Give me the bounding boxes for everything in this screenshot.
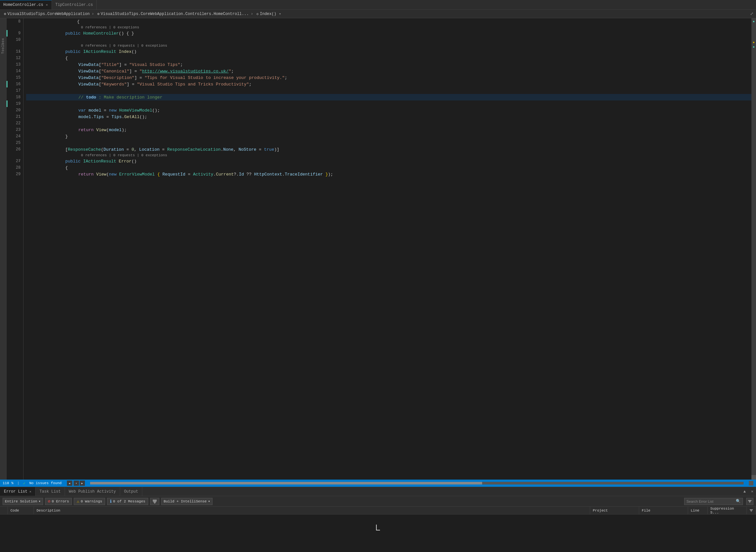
grid-col-icon xyxy=(0,507,8,514)
svg-rect-1 xyxy=(153,502,156,503)
nav-dropdown[interactable]: ▾ xyxy=(74,480,79,486)
code-line-25 xyxy=(26,140,751,146)
collapse-11[interactable]: − xyxy=(18,50,20,53)
code-line-8: { xyxy=(26,18,751,25)
line-num-11: − 11 xyxy=(7,48,23,55)
error-toolbar: Entire Solution ▾ ⊘ 0 Errors ⚠ 0 Warning… xyxy=(0,496,756,507)
code-line-13: ViewData["Title"] = "Visual Studio Tips"… xyxy=(26,61,751,68)
warnings-button[interactable]: ⚠ 0 Warnings xyxy=(74,498,105,505)
h-scrollbar[interactable] xyxy=(90,482,744,485)
breadcrumb-project-label: VisualStudioTips.CoreWebApplication xyxy=(7,12,90,16)
grid-col-project-label: Project xyxy=(593,509,608,513)
project-icon: ⚙ xyxy=(4,12,6,16)
code-line-20: var model = new HomeViewModel(); xyxy=(26,107,751,114)
grid-col-desc-label: Description xyxy=(36,509,61,513)
code-line-29: return View(new ErrorViewModel { Request… xyxy=(26,171,751,177)
bottom-tab-output[interactable]: Output xyxy=(120,487,142,496)
bottom-panel-close[interactable]: ✕ xyxy=(749,487,756,496)
code-editor[interactable]: 8 9 10 − 11 12 13 14 15 16 17 18 xyxy=(7,18,756,479)
error-search-box[interactable]: 🔍 xyxy=(684,498,743,505)
breadcrumb-item-method[interactable]: ◇ Index() ▾ xyxy=(255,11,282,17)
tab-homecontroller-label: HomeController.cs xyxy=(3,3,43,7)
breadcrumb-method-label: Index() xyxy=(260,12,276,16)
line-numbers: 8 9 10 − 11 12 13 14 15 16 17 18 xyxy=(7,18,23,479)
breadcrumb-item-controller[interactable]: ⚙ VisualStudioTips.CoreWebApplication.Co… xyxy=(96,11,255,17)
code-content[interactable]: { 0 references | 0 exceptions public Hom… xyxy=(23,18,751,479)
code-line-9: public HomeController() { } xyxy=(26,30,751,36)
filter-col-icon xyxy=(749,509,753,513)
line-num-27: − 27 xyxy=(7,158,23,164)
line-num-22: 22 xyxy=(7,120,23,127)
breadcrumb: ⚙ VisualStudioTips.CoreWebApplication › … xyxy=(0,10,756,18)
tab-bar: HomeController.cs ✕ TipController.cs xyxy=(0,0,756,10)
controller-icon: ⚙ xyxy=(97,12,100,16)
grid-col-project[interactable]: Project xyxy=(590,507,639,514)
line-num-26: 26 xyxy=(7,146,23,153)
filter-button[interactable] xyxy=(746,498,753,505)
bottom-tab-error-list[interactable]: Error List ✕ xyxy=(0,487,35,496)
meta-line-8: 0 references | 0 exceptions xyxy=(26,25,751,30)
toolbox-label: Toolbox xyxy=(1,38,5,54)
build-dropdown-arrow: ▾ xyxy=(208,499,210,504)
no-issues-label: No issues found xyxy=(29,481,62,485)
breadcrumb-item-project[interactable]: ⚙ VisualStudioTips.CoreWebApplication › xyxy=(3,11,96,17)
code-line-18: // todo : Make description longer xyxy=(26,94,751,101)
solution-dropdown[interactable]: Entire Solution ▾ xyxy=(3,498,43,505)
line-num-13: 13 xyxy=(7,61,23,68)
collapse-27[interactable]: − xyxy=(18,159,20,163)
line-num-16: 16 xyxy=(7,81,23,88)
line-num-12: 12 xyxy=(7,55,23,61)
bottom-panel: Error List ✕ Task List Web Publish Activ… xyxy=(0,487,756,552)
scroll-thumb[interactable] xyxy=(751,475,756,479)
grid-col-filter-btn[interactable] xyxy=(747,507,756,514)
error-list-close[interactable]: ✕ xyxy=(29,490,31,494)
grid-col-file[interactable]: File xyxy=(639,507,688,514)
nav-right[interactable]: ▶ xyxy=(80,480,85,486)
grid-col-suppress[interactable]: Suppression S... xyxy=(708,507,747,514)
grid-col-line[interactable]: Line xyxy=(688,507,708,514)
grid-col-file-label: File xyxy=(642,509,650,513)
code-line-14: ViewData["Canonical"] = "http://www.visu… xyxy=(26,68,751,75)
meta-line-26: 0 references | 0 requests | 0 exceptions xyxy=(26,153,751,158)
output-label: Output xyxy=(124,490,138,494)
nav-left[interactable]: ◀ xyxy=(67,480,72,486)
build-filter-icon[interactable] xyxy=(150,498,159,505)
tab-homecontroller-close[interactable]: ✕ xyxy=(45,3,48,7)
line-num-23: 23 xyxy=(7,127,23,133)
line-num-17: 17 xyxy=(7,88,23,94)
code-line-24: } xyxy=(26,133,751,140)
h-scroll-thumb[interactable] xyxy=(90,482,482,485)
messages-count: 0 of 2 Messages xyxy=(113,500,145,504)
error-search-input[interactable] xyxy=(686,500,735,504)
messages-button[interactable]: ℹ 0 of 2 Messages xyxy=(107,498,148,505)
errors-count: 0 Errors xyxy=(51,500,69,504)
svg-rect-0 xyxy=(153,501,157,502)
code-line-22 xyxy=(26,120,751,127)
line-num-28: 28 xyxy=(7,164,23,171)
scroll-corner xyxy=(749,481,753,486)
line-num-25: 25 xyxy=(7,140,23,146)
tab-tipcontroller[interactable]: TipController.cs xyxy=(52,0,96,9)
filter-icon-svg xyxy=(748,500,752,504)
errors-button[interactable]: ⊘ 0 Errors xyxy=(45,498,72,505)
line-num-21: 21 xyxy=(7,114,23,120)
tab-homecontroller[interactable]: HomeController.cs ✕ xyxy=(0,0,52,9)
code-line-12: { xyxy=(26,55,751,61)
code-line-11: public IActionResult Index() xyxy=(26,48,751,55)
error-list-label: Error List xyxy=(4,490,27,494)
grid-col-desc[interactable]: Description xyxy=(34,507,590,514)
bottom-tab-task-list[interactable]: Task List xyxy=(35,487,65,496)
bottom-panel-expand[interactable]: ▲ xyxy=(741,487,749,496)
right-scrollbar[interactable] xyxy=(751,18,756,479)
line-num-8: 8 xyxy=(7,18,23,25)
build-dropdown[interactable]: Build + IntelliSense ▾ xyxy=(161,498,213,505)
expand-icon[interactable]: ⤢ xyxy=(750,11,753,16)
bottom-tab-web-publish[interactable]: Web Publish Activity xyxy=(65,487,120,496)
solution-dropdown-label: Entire Solution xyxy=(5,500,37,504)
line-num-18: 18 xyxy=(7,94,23,101)
zoom-level: 118 % xyxy=(3,481,13,485)
web-publish-label: Web Publish Activity xyxy=(69,490,116,494)
error-circle-icon: ⊘ xyxy=(48,499,50,504)
code-line-21: model.Tips = Tips.GetAll(); xyxy=(26,114,751,120)
grid-col-code[interactable]: Code xyxy=(8,507,34,514)
